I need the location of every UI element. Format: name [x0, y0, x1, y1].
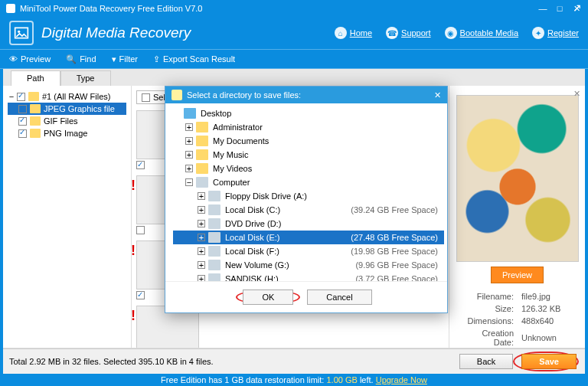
export-button[interactable]: ⇪Export Scan Result — [153, 54, 235, 64]
footer: Free Edition has 1 GB data restoration l… — [0, 374, 588, 386]
funnel-icon: ▾ — [112, 54, 116, 64]
support-icon: ☎ — [386, 27, 398, 39]
save-highlight: Save — [513, 352, 579, 371]
tree-drive[interactable]: +Local Disk (C:)(39.24 GB Free Space) — [173, 203, 444, 217]
eye-icon: 👁 — [9, 54, 18, 64]
search-icon: 🔍 — [66, 54, 77, 64]
support-link[interactable]: ☎Support — [386, 27, 431, 39]
preview-button-panel[interactable]: Preview — [491, 267, 544, 283]
dialog-tree[interactable]: Desktop +Administrator +My Documents +My… — [165, 103, 447, 281]
tree-folder[interactable]: +My Videos — [173, 162, 444, 175]
back-button[interactable]: Back — [459, 354, 513, 369]
tree-computer[interactable]: −Computer — [173, 175, 444, 189]
status-bar: Total 2.92 MB in 32 files. Selected 395.… — [3, 348, 585, 374]
brand-title: Digital Media Recovery — [41, 25, 191, 41]
tabs: Path Type — [3, 69, 585, 86]
filter-button[interactable]: ▾Filter — [112, 54, 138, 64]
svg-point-1 — [18, 31, 20, 33]
tree-item-jpeg[interactable]: JPEG Graphics file — [8, 103, 126, 115]
maximize-button[interactable]: □ — [554, 4, 565, 13]
home-icon: ⌂ — [335, 27, 347, 39]
tree-drive[interactable]: +Local Disk (F:)(19.98 GB Free Space) — [173, 244, 444, 258]
status-text: Total 2.92 MB in 32 files. Selected 395.… — [9, 357, 214, 366]
dialog-close-button[interactable]: ✕ — [434, 90, 441, 100]
tree-desktop[interactable]: Desktop — [173, 106, 444, 120]
tree-drive[interactable]: +Floppy Disk Drive (A:) — [173, 189, 444, 203]
app-icon — [6, 4, 15, 13]
preview-button[interactable]: 👁Preview — [9, 54, 51, 64]
tree-folder[interactable]: +My Music — [173, 148, 444, 162]
window-title: MiniTool Power Data Recovery Free Editio… — [20, 4, 202, 13]
bootable-link[interactable]: ◉Bootable Media — [445, 27, 518, 39]
tree-drive[interactable]: +Local Disk (E:)(27.48 GB Free Space) — [173, 231, 444, 244]
titlebar: MiniTool Power Data Recovery Free Editio… — [0, 0, 588, 17]
tree-folder[interactable]: +My Documents — [173, 134, 444, 148]
preview-image — [456, 95, 579, 262]
tab-path[interactable]: Path — [11, 70, 60, 86]
dialog-buttons: OK Cancel — [165, 281, 447, 312]
save-button[interactable]: Save — [521, 354, 577, 369]
share-icon[interactable]: ↗ — [573, 2, 582, 14]
export-icon: ⇪ — [153, 54, 160, 64]
cancel-button[interactable]: Cancel — [307, 290, 371, 305]
dialog-titlebar: Select a directory to save files: ✕ — [165, 87, 447, 103]
close-preview-button[interactable]: ✕ — [573, 89, 580, 99]
key-icon: ✦ — [532, 27, 544, 39]
upgrade-link[interactable]: Upgrade Now — [376, 375, 427, 384]
ok-highlight: OK — [236, 290, 300, 304]
tree-root[interactable]: −#1 (All RAW Files) — [8, 90, 126, 103]
tree-drive[interactable]: +DVD Drive (D:) — [173, 217, 444, 231]
header: Digital Media Recovery ⌂Home ☎Support ◉B… — [0, 17, 588, 49]
ok-button[interactable]: OK — [243, 290, 293, 305]
tree-drive[interactable]: +SANDISK (H:)(3.72 GB Free Space) — [173, 272, 444, 281]
toolbar: 👁Preview 🔍Find ▾Filter ⇪Export Scan Resu… — [0, 49, 588, 69]
file-metadata: Filename:file9.jpg Size:126.32 KB Dimens… — [456, 290, 579, 351]
preview-panel: ✕ Preview Filename:file9.jpg Size:126.32… — [449, 86, 585, 351]
folder-icon — [172, 90, 182, 100]
file-tree: −#1 (All RAW Files) JPEG Graphics file G… — [3, 86, 132, 351]
tree-drive[interactable]: +New Volume (G:)(9.96 GB Free Space) — [173, 258, 444, 272]
tab-type[interactable]: Type — [60, 70, 111, 86]
save-dialog: Select a directory to save files: ✕ Desk… — [165, 86, 448, 313]
find-button[interactable]: 🔍Find — [66, 54, 96, 64]
home-link[interactable]: ⌂Home — [335, 27, 372, 39]
tree-item-gif[interactable]: GIF Files — [8, 115, 126, 127]
logo-icon — [9, 21, 34, 45]
register-link[interactable]: ✦Register — [532, 27, 579, 39]
disc-icon: ◉ — [445, 27, 457, 39]
minimize-button[interactable]: — — [537, 4, 548, 13]
tree-item-png[interactable]: PNG Image — [8, 127, 126, 139]
tree-folder[interactable]: +Administrator — [173, 120, 444, 134]
